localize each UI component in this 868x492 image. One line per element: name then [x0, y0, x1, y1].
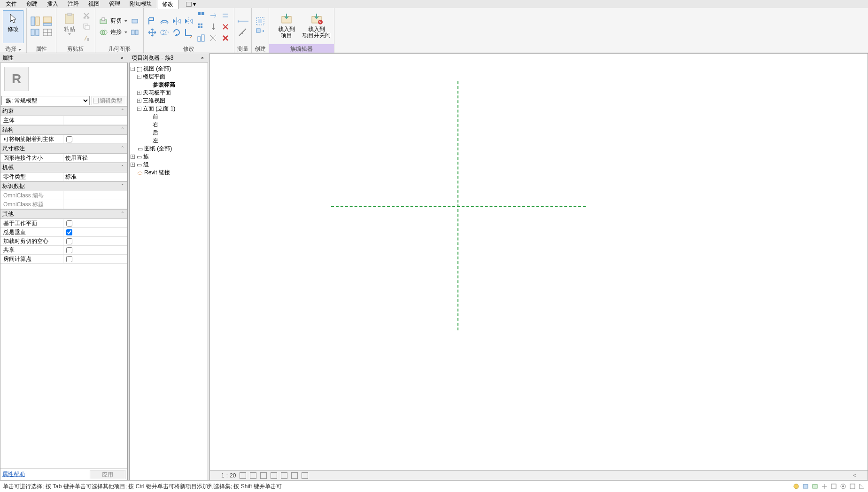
svg-rect-15 [87, 38, 89, 41]
menu-bar: 文件 创建 插入 注释 视图 管理 附加模块 修改 ▾ [0, 0, 868, 8]
split-btn[interactable] [195, 10, 207, 21]
trim-extend-btn[interactable] [183, 27, 194, 38]
svg-rect-3 [36, 29, 39, 36]
svg-rect-26 [202, 12, 204, 15]
ribbon-label-geometry: 几何图形 [97, 44, 141, 53]
ribbon-label-family: 族编辑器 [269, 44, 334, 53]
svg-rect-28 [201, 23, 202, 25]
svg-rect-0 [31, 17, 35, 25]
svg-rect-1 [36, 17, 39, 25]
svg-rect-2 [31, 29, 34, 36]
match-type-btn[interactable] [81, 33, 92, 43]
menu-insert[interactable]: 插入 [42, 0, 63, 8]
svg-rect-25 [198, 12, 201, 15]
svg-rect-5 [43, 23, 52, 25]
mirror-pick-btn[interactable] [171, 16, 182, 26]
rotate-btn[interactable] [171, 27, 182, 38]
array-btn[interactable] [195, 22, 207, 32]
cope-btn[interactable] [129, 16, 140, 26]
ribbon-label-create: 创建 [254, 44, 267, 53]
copy-btn[interactable] [159, 27, 170, 38]
svg-rect-34 [258, 19, 262, 23]
pin-btn[interactable] [208, 22, 219, 32]
menu-view[interactable]: 视图 [84, 0, 104, 8]
paste-button[interactable]: 粘贴 [59, 10, 80, 43]
ribbon-label-modify: 修改 [146, 44, 232, 53]
svg-rect-27 [198, 23, 200, 25]
cursor-icon [7, 12, 20, 25]
menu-view-selector[interactable]: ▾ [181, 0, 201, 8]
svg-rect-17 [102, 18, 105, 21]
demolish-btn[interactable] [220, 22, 231, 32]
svg-rect-32 [202, 35, 204, 41]
unpin-btn[interactable] [208, 33, 219, 43]
svg-rect-21 [132, 30, 134, 35]
ribbon-label-properties: 属性 [29, 44, 54, 53]
trim-single-btn[interactable] [208, 10, 219, 21]
measure-btn[interactable] [237, 27, 248, 38]
svg-rect-4 [43, 17, 52, 23]
ribbon-group-select: 修改 选择 [0, 8, 27, 53]
svg-rect-10 [68, 13, 71, 16]
type-properties-btn[interactable] [42, 16, 53, 26]
menu-create[interactable]: 创建 [22, 0, 42, 8]
menu-file[interactable]: 文件 [1, 0, 22, 8]
trim-multi-btn[interactable] [220, 10, 231, 21]
svg-point-24 [163, 30, 168, 35]
menu-addins[interactable]: 附加模块 [125, 0, 157, 8]
cut-geometry-btn[interactable]: 剪切 [98, 16, 128, 26]
scale-btn[interactable] [195, 33, 207, 43]
svg-rect-22 [135, 30, 138, 35]
menu-modify[interactable]: 修改 [157, 0, 178, 9]
align-btn[interactable] [147, 16, 158, 26]
svg-rect-31 [198, 37, 201, 41]
ribbon-label-measure: 测量 [236, 44, 249, 53]
properties-btn-2[interactable] [30, 27, 41, 38]
mirror-draw-btn[interactable] [183, 16, 194, 26]
ribbon-group-measure: 测量 [234, 8, 252, 53]
split-face-btn[interactable] [129, 27, 140, 38]
menu-manage[interactable]: 管理 [104, 0, 125, 8]
load-into-project-btn[interactable]: 载入到 项目 [272, 10, 301, 43]
delete-btn[interactable] [220, 33, 231, 43]
aligned-dim-btn[interactable] [237, 16, 248, 26]
cut-to-clipboard-btn[interactable] [81, 10, 92, 21]
create-similar-btn[interactable] [255, 27, 266, 38]
load-close-icon [310, 12, 323, 25]
ribbon-group-create: 创建 [252, 8, 269, 53]
svg-rect-30 [201, 26, 202, 28]
svg-rect-35 [256, 29, 260, 32]
svg-rect-14 [85, 25, 89, 30]
join-geometry-btn[interactable]: 连接 [98, 27, 128, 38]
family-types-btn[interactable] [42, 27, 53, 38]
modify-button[interactable]: 修改 [3, 10, 23, 43]
create-group-btn[interactable] [255, 16, 266, 26]
ribbon-group-modify: 修改 [144, 8, 234, 53]
svg-rect-29 [198, 26, 200, 28]
load-into-project-close-btn[interactable]: 载入到 项目并关闭 [302, 10, 331, 43]
properties-btn-1[interactable] [30, 16, 41, 26]
ribbon-group-clipboard: 粘贴 剪贴板 [56, 8, 95, 53]
ribbon-label-select: 选择 [2, 44, 24, 53]
ribbon-group-properties: 属性 [27, 8, 56, 53]
svg-point-23 [161, 30, 165, 35]
clipboard-icon [63, 12, 76, 25]
ribbon: 修改 选择 属性 粘贴 [0, 8, 868, 53]
menu-annotate[interactable]: 注释 [63, 0, 84, 8]
offset-btn[interactable] [159, 16, 170, 26]
ribbon-group-family-editor: 载入到 项目 载入到 项目并关闭 族编辑器 [269, 8, 334, 53]
svg-rect-20 [132, 19, 138, 23]
ribbon-label-clipboard: 剪贴板 [58, 44, 93, 53]
ribbon-group-geometry: 剪切 连接 几何图形 [95, 8, 144, 53]
move-btn[interactable] [147, 27, 158, 38]
load-project-icon [280, 12, 293, 25]
copy-to-clipboard-btn[interactable] [81, 22, 92, 32]
